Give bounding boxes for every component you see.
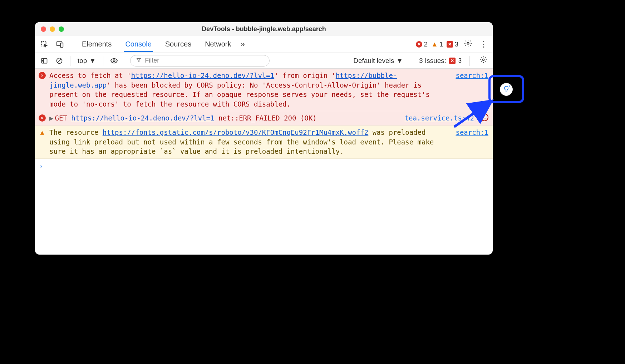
svg-point-8 xyxy=(113,60,115,62)
message-text: Access to fetch at 'https://hello-io-24.… xyxy=(49,71,448,109)
settings-icon[interactable] xyxy=(462,39,474,49)
divider xyxy=(125,56,125,66)
issues-count: 3 xyxy=(454,40,458,48)
source-link[interactable]: search:1 xyxy=(456,128,488,156)
tab-console[interactable]: Console xyxy=(124,36,153,52)
console-error-message[interactable]: ✕ Access to fetch at 'https://hello-io-2… xyxy=(35,69,493,111)
issues-icon: ✕ xyxy=(449,58,456,64)
window-title: DevTools - bubble-jingle.web.app/search xyxy=(35,25,493,33)
issues-count-toolbar: 3 xyxy=(458,58,462,64)
inspect-element-icon[interactable] xyxy=(38,38,51,51)
log-levels-dropdown[interactable]: Default levels ▼ xyxy=(353,57,403,65)
clear-console-icon[interactable] xyxy=(54,55,65,67)
error-icon: ✕ xyxy=(39,114,46,122)
source-link[interactable]: search:1 xyxy=(456,71,488,109)
message-body: ▶GET https://hello-io-24.deno.dev/?lvl=1… xyxy=(49,113,488,123)
issues-summary[interactable]: 3 Issues: ✕ 3 xyxy=(419,57,462,65)
svg-rect-2 xyxy=(60,43,63,47)
issues-badge[interactable]: ✕ 3 xyxy=(447,40,458,48)
tabbar-right: ✕ 2 ▲ 1 ✕ 3 ⋮ xyxy=(416,39,490,49)
console-toolbar: top ▼ Filter Default levels ▼ 3 Issues: … xyxy=(35,53,493,69)
replay-xhr-icon[interactable]: ⇅ xyxy=(481,113,488,121)
ai-insight-button[interactable]: ✦ xyxy=(500,83,513,96)
divider xyxy=(103,56,103,66)
context-selector[interactable]: top ▼ xyxy=(75,57,98,65)
lightbulb-icon: ✦ xyxy=(503,85,510,94)
filter-icon xyxy=(136,58,141,64)
error-icon: ✕ xyxy=(39,72,46,79)
warnings-badge[interactable]: ▲ 1 xyxy=(431,40,443,48)
devtools-window: DevTools - bubble-jingle.web.app/search … xyxy=(35,22,493,255)
divider xyxy=(71,39,71,49)
divider xyxy=(469,56,470,66)
svg-point-3 xyxy=(467,42,469,44)
tabbar: Elements Console Sources Network » ✕ 2 ▲… xyxy=(35,36,493,53)
filter-input[interactable]: Filter xyxy=(130,55,270,67)
more-menu-icon[interactable]: ⋮ xyxy=(478,40,490,49)
message-text: ▶GET https://hello-io-24.deno.dev/?lvl=1… xyxy=(49,113,397,123)
issues-label: 3 Issues: xyxy=(419,57,446,65)
warning-icon: ▲ xyxy=(431,40,438,48)
tabs-overflow-icon[interactable]: » xyxy=(241,40,245,49)
minimize-window-button[interactable] xyxy=(50,26,55,32)
filter-placeholder: Filter xyxy=(145,57,159,64)
error-icon: ✕ xyxy=(416,41,422,48)
toolbar-right: Default levels ▼ 3 Issues: ✕ 3 xyxy=(353,56,489,66)
console-messages: ✕ Access to fetch at 'https://hello-io-2… xyxy=(35,69,493,255)
chevron-down-icon: ▼ xyxy=(89,57,96,65)
prompt-caret-icon: › xyxy=(39,162,43,171)
console-settings-icon[interactable] xyxy=(478,56,489,65)
tabs: Elements Console Sources Network xyxy=(80,36,233,52)
device-toolbar-icon[interactable] xyxy=(54,38,67,51)
close-window-button[interactable] xyxy=(41,26,46,32)
source-link[interactable]: tea.service.ts:42 xyxy=(405,113,474,123)
divider xyxy=(70,56,70,66)
console-error-message[interactable]: ✕ ▶GET https://hello-io-24.deno.dev/?lvl… xyxy=(35,111,493,126)
traffic-lights xyxy=(41,26,64,32)
titlebar: DevTools - bubble-jingle.web.app/search xyxy=(35,22,493,36)
issues-icon: ✕ xyxy=(447,41,453,48)
context-label: top xyxy=(78,57,87,65)
warnings-count: 1 xyxy=(439,40,443,48)
console-warning-message[interactable]: ▲ The resource https://fonts.gstatic.com… xyxy=(35,126,493,159)
tab-elements[interactable]: Elements xyxy=(80,36,113,52)
svg-point-9 xyxy=(483,59,484,60)
svg-line-7 xyxy=(58,59,61,63)
expand-triangle-icon[interactable]: ▶ xyxy=(49,114,53,122)
toggle-sidebar-icon[interactable] xyxy=(39,55,50,67)
live-expression-icon[interactable] xyxy=(108,55,120,67)
url-link[interactable]: https://hello-io-24.deno.dev/?lvl=1 xyxy=(71,114,214,122)
chevron-down-icon: ▼ xyxy=(396,57,403,65)
errors-badge[interactable]: ✕ 2 xyxy=(416,40,428,48)
errors-count: 2 xyxy=(424,40,428,48)
warning-icon: ▲ xyxy=(39,129,46,136)
message-text: The resource https://fonts.gstatic.com/s… xyxy=(49,128,448,156)
tab-sources[interactable]: Sources xyxy=(164,36,193,52)
maximize-window-button[interactable] xyxy=(59,26,64,32)
levels-label: Default levels xyxy=(353,57,394,65)
divider xyxy=(411,56,411,66)
console-prompt[interactable]: › xyxy=(35,159,493,173)
url-link[interactable]: https://fonts.gstatic.com/s/roboto/v30/K… xyxy=(103,128,369,136)
url-link[interactable]: https://hello-io-24.deno.dev/?lvl=1 xyxy=(131,72,274,79)
tab-network[interactable]: Network xyxy=(203,36,232,52)
